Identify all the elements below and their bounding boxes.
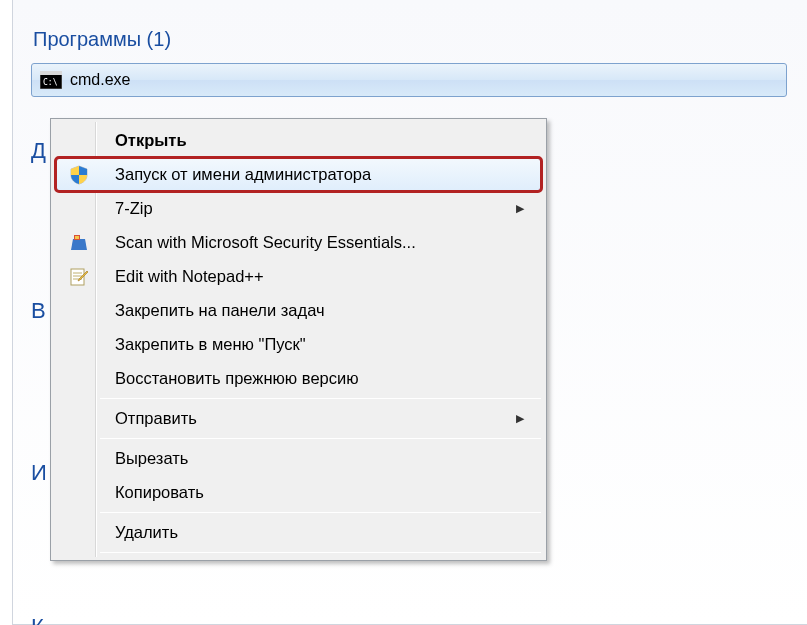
menu-label: Scan with Microsoft Security Essentials.… <box>101 233 540 252</box>
submenu-arrow-icon: ▶ <box>516 412 540 425</box>
submenu-arrow-icon: ▶ <box>516 202 540 215</box>
menu-item-cut[interactable]: Вырезать <box>56 442 541 475</box>
menu-label: Открыть <box>101 131 540 150</box>
menu-item-pin-start[interactable]: Закрепить в меню "Пуск" <box>56 328 541 361</box>
svg-rect-1 <box>40 71 62 75</box>
section-title-programs: Программы (1) <box>31 28 807 51</box>
menu-label: Edit with Notepad++ <box>101 267 540 286</box>
menu-item-pin-taskbar[interactable]: Закрепить на панели задач <box>56 294 541 327</box>
menu-label: Отправить <box>101 409 516 428</box>
menu-label: Запуск от имени администратора <box>101 165 540 184</box>
menu-label: Удалить <box>101 523 540 542</box>
menu-item-open[interactable]: Открыть <box>56 124 541 157</box>
bg-letter: В <box>31 298 46 324</box>
menu-item-send-to[interactable]: Отправить ▶ <box>56 402 541 435</box>
menu-item-run-as-admin[interactable]: Запуск от имени администратора <box>56 158 541 191</box>
mse-icon <box>57 233 101 253</box>
notepad-icon <box>57 267 101 287</box>
svg-rect-4 <box>75 236 79 239</box>
search-result-cmd[interactable]: C:\ cmd.exe <box>31 63 787 97</box>
context-menu: Открыть Запуск от имени администратора 7… <box>50 118 547 561</box>
svg-text:C:\: C:\ <box>43 78 58 87</box>
menu-label: Закрепить на панели задач <box>101 301 540 320</box>
menu-separator <box>100 552 541 553</box>
menu-label: Закрепить в меню "Пуск" <box>101 335 540 354</box>
menu-label: Восстановить прежнюю версию <box>101 369 540 388</box>
menu-separator <box>100 438 541 439</box>
menu-item-delete[interactable]: Удалить <box>56 516 541 549</box>
search-result-label: cmd.exe <box>70 71 130 89</box>
menu-label: Копировать <box>101 483 540 502</box>
cmd-icon: C:\ <box>40 71 62 89</box>
shield-icon <box>57 165 101 185</box>
bg-letter: К <box>31 614 44 625</box>
menu-label: 7-Zip <box>101 199 516 218</box>
menu-label: Вырезать <box>101 449 540 468</box>
menu-item-7zip[interactable]: 7-Zip ▶ <box>56 192 541 225</box>
menu-item-scan-mse[interactable]: Scan with Microsoft Security Essentials.… <box>56 226 541 259</box>
menu-item-restore-previous[interactable]: Восстановить прежнюю версию <box>56 362 541 395</box>
menu-item-copy[interactable]: Копировать <box>56 476 541 509</box>
bg-letter: Д <box>31 138 46 164</box>
menu-separator <box>100 398 541 399</box>
menu-item-edit-npp[interactable]: Edit with Notepad++ <box>56 260 541 293</box>
bg-letter: И <box>31 460 47 486</box>
menu-separator <box>100 512 541 513</box>
